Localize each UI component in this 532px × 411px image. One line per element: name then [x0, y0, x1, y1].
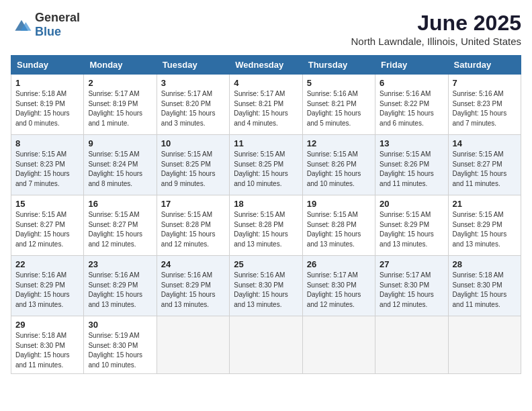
- sunset-text: Sunset: 8:29 PM: [453, 221, 502, 228]
- day-info: Sunrise: 5:17 AMSunset: 8:21 PMDaylight:…: [234, 89, 298, 128]
- daylight-text: Daylight: 15 hours and 13 minutes.: [15, 291, 70, 308]
- daylight-text: Daylight: 15 hours and 11 minutes.: [453, 170, 507, 187]
- day-info: Sunrise: 5:15 AMSunset: 8:28 PMDaylight:…: [307, 210, 371, 249]
- calendar-title: June 2025: [351, 11, 521, 36]
- calendar-cell: 16Sunrise: 5:15 AMSunset: 8:27 PMDayligh…: [84, 195, 157, 256]
- sunrise-text: Sunrise: 5:15 AM: [15, 150, 66, 158]
- daylight-text: Daylight: 15 hours and 13 minutes.: [161, 291, 216, 308]
- sunrise-text: Sunrise: 5:16 AM: [15, 271, 66, 279]
- sunrise-text: Sunrise: 5:18 AM: [453, 271, 504, 279]
- day-number: 22: [15, 259, 79, 269]
- day-info: Sunrise: 5:17 AMSunset: 8:30 PMDaylight:…: [380, 271, 443, 310]
- day-number: 9: [88, 138, 152, 148]
- calendar-cell: 28Sunrise: 5:18 AMSunset: 8:30 PMDayligh…: [448, 256, 521, 316]
- sunrise-text: Sunrise: 5:15 AM: [453, 211, 504, 218]
- daylight-text: Daylight: 15 hours and 5 minutes.: [307, 109, 361, 127]
- day-number: 13: [380, 138, 443, 148]
- calendar-cell: 2Sunrise: 5:17 AMSunset: 8:19 PMDaylight…: [84, 75, 157, 135]
- sunrise-text: Sunrise: 5:16 AM: [307, 90, 358, 97]
- sunrise-text: Sunrise: 5:18 AM: [15, 332, 66, 339]
- daylight-text: Daylight: 15 hours and 13 minutes.: [453, 230, 507, 248]
- daylight-text: Daylight: 15 hours and 12 minutes.: [380, 291, 434, 308]
- calendar-cell: 17Sunrise: 5:15 AMSunset: 8:28 PMDayligh…: [157, 195, 229, 256]
- calendar-cell: [157, 316, 229, 374]
- col-monday: Monday: [84, 56, 157, 75]
- daylight-text: Daylight: 15 hours and 6 minutes.: [380, 109, 434, 127]
- day-number: 24: [161, 259, 225, 269]
- day-info: Sunrise: 5:15 AMSunset: 8:28 PMDaylight:…: [161, 210, 225, 249]
- day-info: Sunrise: 5:15 AMSunset: 8:25 PMDaylight:…: [234, 150, 298, 189]
- col-sunday: Sunday: [11, 56, 84, 75]
- day-info: Sunrise: 5:17 AMSunset: 8:19 PMDaylight:…: [88, 89, 152, 128]
- logo-general: General: [35, 11, 80, 24]
- col-wednesday: Wednesday: [230, 56, 302, 75]
- sunset-text: Sunset: 8:29 PM: [88, 281, 138, 289]
- day-number: 15: [15, 199, 79, 209]
- title-area: June 2025 North Lawndale, Illinois, Unit…: [351, 11, 521, 47]
- calendar-cell: 14Sunrise: 5:15 AMSunset: 8:27 PMDayligh…: [448, 135, 521, 195]
- calendar-cell: 4Sunrise: 5:17 AMSunset: 8:21 PMDaylight…: [230, 75, 302, 135]
- calendar-subtitle: North Lawndale, Illinois, United States: [351, 36, 521, 47]
- col-friday: Friday: [375, 56, 448, 75]
- day-info: Sunrise: 5:15 AMSunset: 8:26 PMDaylight:…: [307, 150, 371, 189]
- calendar-cell: 21Sunrise: 5:15 AMSunset: 8:29 PMDayligh…: [448, 195, 521, 256]
- daylight-text: Daylight: 15 hours and 9 minutes.: [161, 170, 216, 187]
- day-info: Sunrise: 5:16 AMSunset: 8:23 PMDaylight:…: [453, 89, 517, 128]
- sunrise-text: Sunrise: 5:15 AM: [234, 150, 285, 158]
- sunrise-text: Sunrise: 5:15 AM: [234, 211, 285, 218]
- sunset-text: Sunset: 8:24 PM: [88, 161, 138, 168]
- sunset-text: Sunset: 8:28 PM: [234, 221, 283, 228]
- day-number: 4: [234, 78, 298, 88]
- sunset-text: Sunset: 8:23 PM: [453, 100, 502, 107]
- daylight-text: Daylight: 15 hours and 12 minutes.: [88, 230, 142, 248]
- calendar-cell: 26Sunrise: 5:17 AMSunset: 8:30 PMDayligh…: [302, 256, 375, 316]
- calendar-cell: [230, 316, 302, 374]
- sunset-text: Sunset: 8:21 PM: [234, 100, 283, 107]
- calendar-cell: 29Sunrise: 5:18 AMSunset: 8:30 PMDayligh…: [11, 316, 84, 374]
- sunset-text: Sunset: 8:28 PM: [161, 221, 211, 228]
- calendar-cell: 5Sunrise: 5:16 AMSunset: 8:21 PMDaylight…: [302, 75, 375, 135]
- sunset-text: Sunset: 8:25 PM: [234, 161, 283, 168]
- sunset-text: Sunset: 8:29 PM: [15, 281, 65, 289]
- sunrise-text: Sunrise: 5:15 AM: [161, 211, 212, 218]
- sunset-text: Sunset: 8:30 PM: [234, 281, 283, 289]
- sunset-text: Sunset: 8:21 PM: [307, 100, 357, 107]
- daylight-text: Daylight: 15 hours and 13 minutes.: [380, 230, 434, 248]
- day-info: Sunrise: 5:16 AMSunset: 8:29 PMDaylight:…: [161, 271, 225, 310]
- calendar-cell: [375, 316, 448, 374]
- col-thursday: Thursday: [302, 56, 375, 75]
- day-number: 19: [307, 199, 371, 209]
- day-number: 28: [453, 259, 517, 269]
- sunrise-text: Sunrise: 5:17 AM: [380, 271, 431, 279]
- sunset-text: Sunset: 8:30 PM: [307, 281, 357, 289]
- day-number: 5: [307, 78, 371, 88]
- day-info: Sunrise: 5:17 AMSunset: 8:30 PMDaylight:…: [307, 271, 371, 310]
- sunset-text: Sunset: 8:26 PM: [380, 161, 429, 168]
- day-number: 8: [15, 138, 79, 148]
- sunrise-text: Sunrise: 5:15 AM: [88, 150, 139, 158]
- sunrise-text: Sunrise: 5:17 AM: [161, 90, 212, 97]
- sunrise-text: Sunrise: 5:15 AM: [307, 150, 358, 158]
- daylight-text: Daylight: 15 hours and 1 minute.: [88, 109, 142, 127]
- col-saturday: Saturday: [448, 56, 521, 75]
- daylight-text: Daylight: 15 hours and 10 minutes.: [307, 170, 361, 187]
- daylight-text: Daylight: 15 hours and 11 minutes.: [15, 351, 70, 369]
- daylight-text: Daylight: 15 hours and 7 minutes.: [453, 109, 507, 127]
- day-number: 23: [88, 259, 152, 269]
- day-number: 26: [307, 259, 371, 269]
- sunrise-text: Sunrise: 5:15 AM: [307, 211, 358, 218]
- calendar-cell: 20Sunrise: 5:15 AMSunset: 8:29 PMDayligh…: [375, 195, 448, 256]
- day-info: Sunrise: 5:16 AMSunset: 8:21 PMDaylight:…: [307, 89, 371, 128]
- day-info: Sunrise: 5:19 AMSunset: 8:30 PMDaylight:…: [88, 331, 152, 370]
- sunrise-text: Sunrise: 5:17 AM: [88, 90, 139, 97]
- sunrise-text: Sunrise: 5:15 AM: [15, 211, 66, 218]
- day-info: Sunrise: 5:16 AMSunset: 8:22 PMDaylight:…: [380, 89, 443, 128]
- sunset-text: Sunset: 8:29 PM: [161, 281, 211, 289]
- week-row-2: 8Sunrise: 5:15 AMSunset: 8:23 PMDaylight…: [11, 135, 521, 195]
- calendar-cell: 30Sunrise: 5:19 AMSunset: 8:30 PMDayligh…: [84, 316, 157, 374]
- sunset-text: Sunset: 8:20 PM: [161, 100, 211, 107]
- sunset-text: Sunset: 8:30 PM: [453, 281, 502, 289]
- week-row-4: 22Sunrise: 5:16 AMSunset: 8:29 PMDayligh…: [11, 256, 521, 316]
- daylight-text: Daylight: 15 hours and 11 minutes.: [380, 170, 434, 187]
- daylight-text: Daylight: 15 hours and 13 minutes.: [234, 291, 288, 308]
